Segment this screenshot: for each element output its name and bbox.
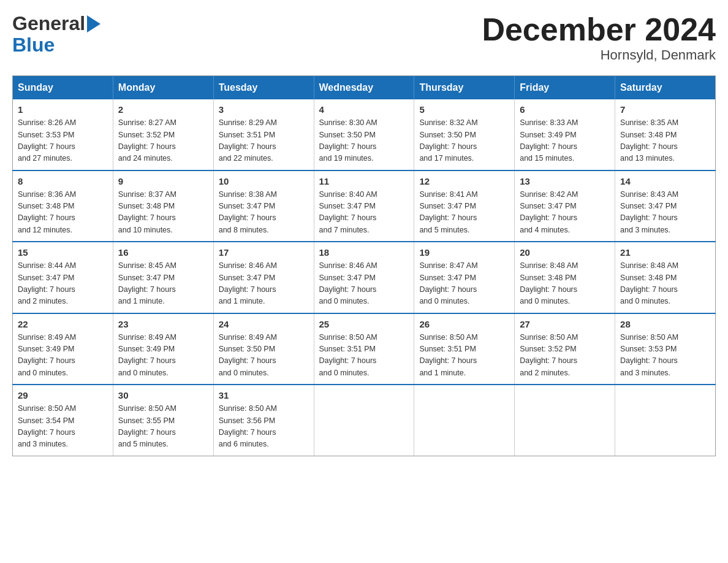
day-number: 7 [620, 104, 710, 115]
calendar-cell: 4 Sunrise: 8:30 AM Sunset: 3:50 PM Dayli… [314, 99, 414, 170]
day-info: Sunrise: 8:45 AM Sunset: 3:47 PM Dayligh… [118, 260, 208, 308]
calendar-cell: 17 Sunrise: 8:46 AM Sunset: 3:47 PM Dayl… [213, 242, 314, 313]
calendar-cell: 24 Sunrise: 8:49 AM Sunset: 3:50 PM Dayl… [213, 313, 314, 385]
day-number: 10 [219, 176, 309, 186]
calendar-cell: 11 Sunrise: 8:40 AM Sunset: 3:47 PM Dayl… [314, 170, 414, 242]
day-info: Sunrise: 8:47 AM Sunset: 3:47 PM Dayligh… [419, 260, 509, 308]
calendar-cell: 7 Sunrise: 8:35 AM Sunset: 3:48 PM Dayli… [615, 99, 716, 170]
day-number: 17 [219, 247, 309, 258]
day-number: 5 [419, 104, 509, 115]
day-info: Sunrise: 8:48 AM Sunset: 3:48 PM Dayligh… [520, 260, 610, 308]
weekday-header-friday: Friday [515, 76, 615, 100]
calendar-table: SundayMondayTuesdayWednesdayThursdayFrid… [12, 75, 716, 456]
logo-general-text: General [12, 12, 85, 35]
day-info: Sunrise: 8:26 AM Sunset: 3:53 PM Dayligh… [18, 117, 108, 165]
day-info: Sunrise: 8:33 AM Sunset: 3:49 PM Dayligh… [520, 117, 610, 165]
day-number: 2 [118, 104, 208, 115]
logo-arrow-icon [87, 15, 100, 35]
day-number: 22 [18, 319, 108, 329]
day-number: 19 [419, 247, 509, 258]
calendar-cell: 20 Sunrise: 8:48 AM Sunset: 3:48 PM Dayl… [515, 242, 615, 313]
day-info: Sunrise: 8:40 AM Sunset: 3:47 PM Dayligh… [319, 189, 409, 237]
day-number: 28 [620, 319, 710, 329]
calendar-header: SundayMondayTuesdayWednesdayThursdayFrid… [13, 76, 716, 100]
day-info: Sunrise: 8:50 AM Sunset: 3:51 PM Dayligh… [319, 332, 409, 380]
calendar-cell: 13 Sunrise: 8:42 AM Sunset: 3:47 PM Dayl… [515, 170, 615, 242]
calendar-cell: 1 Sunrise: 8:26 AM Sunset: 3:53 PM Dayli… [13, 99, 113, 170]
svg-marker-0 [87, 15, 100, 33]
day-info: Sunrise: 8:27 AM Sunset: 3:52 PM Dayligh… [118, 117, 208, 165]
day-number: 29 [18, 390, 108, 400]
calendar-cell: 30 Sunrise: 8:50 AM Sunset: 3:55 PM Dayl… [113, 385, 213, 456]
day-number: 3 [219, 104, 309, 115]
page-header: General Blue December 2024 Hornsyld, Den… [12, 12, 716, 63]
day-info: Sunrise: 8:44 AM Sunset: 3:47 PM Dayligh… [18, 260, 108, 308]
day-number: 8 [18, 176, 108, 186]
day-number: 31 [219, 390, 309, 400]
day-number: 16 [118, 247, 208, 258]
calendar-cell: 10 Sunrise: 8:38 AM Sunset: 3:47 PM Dayl… [213, 170, 314, 242]
day-number: 18 [319, 247, 409, 258]
day-number: 21 [620, 247, 710, 258]
calendar-cell: 28 Sunrise: 8:50 AM Sunset: 3:53 PM Dayl… [615, 313, 716, 385]
day-info: Sunrise: 8:41 AM Sunset: 3:47 PM Dayligh… [419, 189, 509, 237]
weekday-header-saturday: Saturday [615, 76, 716, 100]
calendar-body: 1 Sunrise: 8:26 AM Sunset: 3:53 PM Dayli… [13, 99, 716, 456]
calendar-cell: 3 Sunrise: 8:29 AM Sunset: 3:51 PM Dayli… [213, 99, 314, 170]
calendar-cell: 9 Sunrise: 8:37 AM Sunset: 3:48 PM Dayli… [113, 170, 213, 242]
calendar-cell: 19 Sunrise: 8:47 AM Sunset: 3:47 PM Dayl… [414, 242, 515, 313]
day-info: Sunrise: 8:38 AM Sunset: 3:47 PM Dayligh… [219, 189, 309, 237]
day-number: 11 [319, 176, 409, 186]
calendar-cell: 12 Sunrise: 8:41 AM Sunset: 3:47 PM Dayl… [414, 170, 515, 242]
page-title: December 2024 [482, 12, 716, 47]
day-info: Sunrise: 8:50 AM Sunset: 3:51 PM Dayligh… [419, 332, 509, 380]
day-info: Sunrise: 8:50 AM Sunset: 3:55 PM Dayligh… [118, 403, 208, 451]
weekday-header-monday: Monday [113, 76, 213, 100]
day-info: Sunrise: 8:42 AM Sunset: 3:47 PM Dayligh… [520, 189, 610, 237]
day-info: Sunrise: 8:48 AM Sunset: 3:48 PM Dayligh… [620, 260, 710, 308]
calendar-cell: 8 Sunrise: 8:36 AM Sunset: 3:48 PM Dayli… [13, 170, 113, 242]
calendar-cell: 29 Sunrise: 8:50 AM Sunset: 3:54 PM Dayl… [13, 385, 113, 456]
day-info: Sunrise: 8:50 AM Sunset: 3:56 PM Dayligh… [219, 403, 309, 451]
weekday-header-tuesday: Tuesday [213, 76, 314, 100]
calendar-week-4: 22 Sunrise: 8:49 AM Sunset: 3:49 PM Dayl… [13, 313, 716, 385]
weekday-header-thursday: Thursday [414, 76, 515, 100]
calendar-week-3: 15 Sunrise: 8:44 AM Sunset: 3:47 PM Dayl… [13, 242, 716, 313]
weekday-header-wednesday: Wednesday [314, 76, 414, 100]
calendar-cell: 31 Sunrise: 8:50 AM Sunset: 3:56 PM Dayl… [213, 385, 314, 456]
day-info: Sunrise: 8:46 AM Sunset: 3:47 PM Dayligh… [219, 260, 309, 308]
calendar-cell: 26 Sunrise: 8:50 AM Sunset: 3:51 PM Dayl… [414, 313, 515, 385]
day-number: 13 [520, 176, 610, 186]
calendar-cell: 14 Sunrise: 8:43 AM Sunset: 3:47 PM Dayl… [615, 170, 716, 242]
day-info: Sunrise: 8:37 AM Sunset: 3:48 PM Dayligh… [118, 189, 208, 237]
day-info: Sunrise: 8:36 AM Sunset: 3:48 PM Dayligh… [18, 189, 108, 237]
calendar-cell [615, 385, 716, 456]
day-number: 20 [520, 247, 610, 258]
calendar-week-5: 29 Sunrise: 8:50 AM Sunset: 3:54 PM Dayl… [13, 385, 716, 456]
calendar-cell: 2 Sunrise: 8:27 AM Sunset: 3:52 PM Dayli… [113, 99, 213, 170]
day-number: 25 [319, 319, 409, 329]
calendar-cell: 27 Sunrise: 8:50 AM Sunset: 3:52 PM Dayl… [515, 313, 615, 385]
day-info: Sunrise: 8:49 AM Sunset: 3:49 PM Dayligh… [18, 332, 108, 380]
day-info: Sunrise: 8:35 AM Sunset: 3:48 PM Dayligh… [620, 117, 710, 165]
calendar-week-1: 1 Sunrise: 8:26 AM Sunset: 3:53 PM Dayli… [13, 99, 716, 170]
calendar-cell: 18 Sunrise: 8:46 AM Sunset: 3:47 PM Dayl… [314, 242, 414, 313]
calendar-cell: 21 Sunrise: 8:48 AM Sunset: 3:48 PM Dayl… [615, 242, 716, 313]
day-info: Sunrise: 8:50 AM Sunset: 3:53 PM Dayligh… [620, 332, 710, 380]
calendar-cell [414, 385, 515, 456]
day-number: 1 [18, 104, 108, 115]
page-subtitle: Hornsyld, Denmark [482, 47, 716, 63]
day-info: Sunrise: 8:50 AM Sunset: 3:52 PM Dayligh… [520, 332, 610, 380]
calendar-cell [515, 385, 615, 456]
calendar-cell: 22 Sunrise: 8:49 AM Sunset: 3:49 PM Dayl… [13, 313, 113, 385]
day-info: Sunrise: 8:30 AM Sunset: 3:50 PM Dayligh… [319, 117, 409, 165]
calendar-cell: 5 Sunrise: 8:32 AM Sunset: 3:50 PM Dayli… [414, 99, 515, 170]
day-number: 9 [118, 176, 208, 186]
weekday-header-sunday: Sunday [13, 76, 113, 100]
day-info: Sunrise: 8:43 AM Sunset: 3:47 PM Dayligh… [620, 189, 710, 237]
day-info: Sunrise: 8:50 AM Sunset: 3:54 PM Dayligh… [18, 403, 108, 451]
day-info: Sunrise: 8:46 AM Sunset: 3:47 PM Dayligh… [319, 260, 409, 308]
day-info: Sunrise: 8:49 AM Sunset: 3:50 PM Dayligh… [219, 332, 309, 380]
day-number: 30 [118, 390, 208, 400]
logo-blue-text: Blue [12, 34, 55, 56]
